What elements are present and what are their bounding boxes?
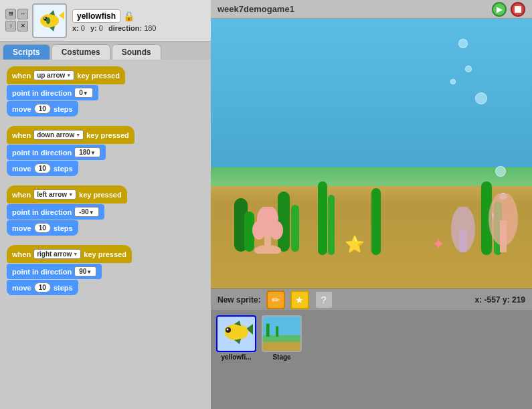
sprite-thumbnail [32,3,67,38]
sprites-bar: New sprite: ✏ ★ ? x: -557 y: 219 [211,289,532,310]
script-group-up: when up arrow key pressed point in direc… [7,66,204,116]
coord-x-value: 0 [81,24,85,32]
sprite-thumb-yellowfish[interactable] [216,315,256,352]
sprite-name[interactable]: yellowfish [72,9,120,23]
move-value-right[interactable]: 10 [34,282,51,293]
bubble [450,79,456,84]
seaweed-6 [371,188,381,255]
hat-block-left[interactable]: when left arrow key pressed [7,185,127,203]
svg-point-3 [44,17,46,19]
move-value-up[interactable]: 10 [34,104,51,114]
window-title: week7demogame1 [217,4,294,14]
hat-prefix-up: when [12,72,31,80]
icon-btn-4[interactable]: ✕ [17,21,28,31]
key-dropdown-left[interactable]: left arrow [33,189,76,199]
move-suffix-up: steps [54,105,73,113]
bubble [458,39,468,48]
question-sprite-button[interactable]: ? [315,291,333,309]
hat-suffix-up: key pressed [77,72,120,80]
direction-label-right: point in direction [12,268,72,276]
move-suffix-left: steps [54,224,73,232]
coord-dir-value: 180 [144,24,156,32]
move-block-left[interactable]: move 10 steps [7,220,78,236]
svg-point-21 [489,193,518,246]
svg-point-6 [46,17,50,24]
script-group-down: when down arrow key pressed point in dir… [7,126,204,176]
coral-purple [448,207,478,255]
title-bar: week7demogame1 ▶ [211,0,532,19]
hat-prefix-right: when [12,250,31,258]
tab-sounds[interactable]: Sounds [112,44,161,60]
svg-point-23 [451,207,475,252]
sprite-thumb-stage[interactable] [262,315,302,352]
svg-rect-7 [515,6,521,13]
seaweed-5 [328,195,335,255]
hat-suffix-down: key pressed [86,131,129,139]
direction-block-left[interactable]: point in direction -90▼ [7,204,104,220]
key-dropdown-down[interactable]: down arrow [33,130,84,140]
new-sprite-label: New sprite: [217,295,261,305]
direction-block-up[interactable]: point in direction 0▼ [7,85,98,100]
main-area: week7demogame1 ▶ [211,0,532,409]
paint-sprite-button[interactable]: ✏ [266,291,285,309]
direction-block-down[interactable]: point in direction 180▼ [7,145,106,160]
move-block-up[interactable]: move 10 steps [7,101,78,116]
svg-point-19 [270,221,283,240]
direction-value-right[interactable]: 90▼ [74,266,96,276]
coord-x-label: x: 0 [72,24,85,32]
svg-rect-34 [276,326,278,336]
direction-label-up: point in direction [12,89,72,97]
hat-block-up[interactable]: when up arrow key pressed [7,66,125,84]
move-suffix-down: steps [54,165,73,173]
bubble [475,92,487,104]
coral-pink [251,207,284,255]
hat-prefix-down: when [12,131,31,139]
script-group-left: when left arrow key pressed point in dir… [7,185,204,236]
sprite-tile-yellowfish[interactable]: yellowfi... [216,315,256,404]
coord-y-label: y: 0 [90,24,103,32]
hat-suffix-right: key pressed [84,250,126,258]
sprite-info: yellowfish 🔒 x: 0 y: 0 direction: 180 [72,9,156,32]
svg-point-27 [227,328,229,330]
direction-value-up[interactable]: 0▼ [74,88,92,98]
icon-btn-3[interactable]: ↕ [5,21,16,31]
svg-marker-1 [59,11,64,19]
direction-value-down[interactable]: 180▼ [74,147,100,157]
move-block-down[interactable]: move 10 steps [7,161,78,176]
direction-block-right[interactable]: point in direction 90▼ [7,264,102,279]
move-label-left: move [12,224,31,232]
sprite-tile-stage[interactable]: Stage [262,315,302,404]
hat-suffix-left: key pressed [79,191,122,199]
sprites-list: yellowfi... Stage [211,310,532,409]
star-sprite-button[interactable]: ★ [290,291,309,309]
hat-block-down[interactable]: when down arrow key pressed [7,126,135,144]
stage-coords: x: -557 y: 219 [475,295,525,305]
sprite-icons: ⊞ ↔ ↕ ✕ [5,9,28,33]
icon-btn-2[interactable]: ↔ [17,9,28,19]
green-flag-button[interactable]: ▶ [492,2,507,17]
svg-point-18 [252,221,266,240]
move-value-down[interactable]: 10 [34,163,51,173]
script-group-right: when right arrow key pressed point in di… [7,245,204,295]
move-value-left[interactable]: 10 [34,223,51,233]
move-suffix-right: steps [54,284,73,292]
bubble [465,66,472,72]
sprite-coords: x: 0 y: 0 direction: 180 [72,24,156,32]
move-block-right[interactable]: move 10 steps [7,280,78,295]
stop-button[interactable] [511,2,525,17]
icon-btn-1[interactable]: ⊞ [5,9,16,19]
key-dropdown-right[interactable]: right arrow [33,249,81,259]
seaweed-4 [291,205,299,252]
key-dropdown-up[interactable]: up arrow [33,70,74,80]
starfish: ⭐ [345,235,365,254]
hat-block-right[interactable]: when right arrow key pressed [7,245,132,263]
direction-value-left[interactable]: -90▼ [74,207,98,217]
tab-costumes[interactable]: Costumes [52,44,110,60]
tab-scripts[interactable]: Scripts [3,44,50,60]
seaweed-tall [318,181,327,255]
bubble [495,166,506,177]
coord-dir-label: direction: 180 [108,24,157,32]
hat-prefix-left: when [12,191,31,199]
direction-label-left: point in direction [12,208,72,216]
scripts-area: when up arrow key pressed point in direc… [0,60,211,409]
